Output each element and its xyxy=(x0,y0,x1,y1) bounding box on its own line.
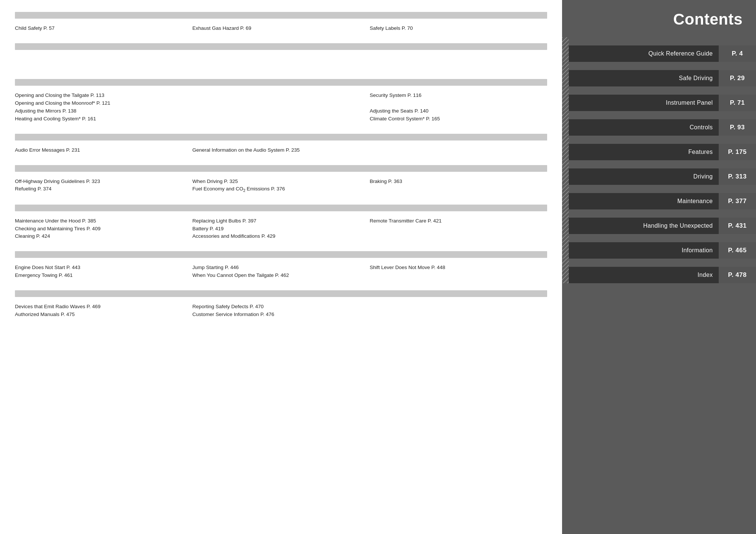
section-divider-3 xyxy=(15,79,547,86)
sidebar-gap-fill xyxy=(569,62,756,70)
section-divider-7 xyxy=(15,251,547,258)
sidebar-item-label: Quick Reference Guide xyxy=(648,50,713,57)
sidebar-gap xyxy=(562,209,756,218)
section-entries-2 xyxy=(15,52,547,75)
sidebar-item-label: Driving xyxy=(693,173,713,180)
entry-col: Jump Starting P. 446 When You Cannot Ope… xyxy=(192,264,370,279)
section-divider-2 xyxy=(15,43,547,50)
sidebar-item-label: Handling the Unexpected xyxy=(643,222,713,229)
entry-text: Off-Highway Driving Guidelines P. 323 Re… xyxy=(15,178,185,193)
sidebar-page-number: P. 175 xyxy=(719,144,756,160)
sidebar-item-label: Safe Driving xyxy=(679,75,713,82)
hatch-decoration xyxy=(562,136,569,144)
hatch-decoration xyxy=(562,86,569,95)
hatch-decoration xyxy=(562,111,569,119)
entry-col xyxy=(370,146,547,154)
entry-col: Reporting Safety Defects P. 470 Customer… xyxy=(192,303,370,319)
sidebar-label-area: Instrument Panel xyxy=(569,95,719,111)
section-entries-4: Audio Error Messages P. 231 General Info… xyxy=(15,143,547,161)
sidebar-gap xyxy=(562,111,756,119)
sidebar-gap-fill xyxy=(569,234,756,242)
entry-col: Shift Lever Does Not Move P. 448 xyxy=(370,264,547,279)
sidebar-item-driving[interactable]: Driving P. 313 xyxy=(562,168,756,185)
sidebar-gap xyxy=(562,259,756,267)
sidebar-item-quick-reference[interactable]: Quick Reference Guide P. 4 xyxy=(562,45,756,62)
entry-text: Audio Error Messages P. 231 xyxy=(15,147,80,153)
hatch-decoration xyxy=(562,160,569,168)
hatch-decoration xyxy=(562,45,569,62)
sidebar-gap-fill xyxy=(569,136,756,144)
entry-row: Off-Highway Driving Guidelines P. 323 Re… xyxy=(15,178,547,194)
sidebar: Contents Quick Reference Guide P. 4 Safe… xyxy=(562,0,756,534)
section-block-3: Opening and Closing the Tailgate P. 113 … xyxy=(15,75,547,129)
sidebar-page-number: P. 71 xyxy=(719,95,756,111)
sidebar-gap xyxy=(562,136,756,144)
sidebar-label-area: Information xyxy=(569,242,719,259)
sidebar-item-handling-unexpected[interactable]: Handling the Unexpected P. 431 xyxy=(562,218,756,234)
sidebar-page-number: P. 93 xyxy=(719,119,756,136)
section-entries-7: Engine Does Not Start P. 443 Emergency T… xyxy=(15,260,547,286)
section-block-8: Devices that Emit Radio Waves P. 469 Aut… xyxy=(15,286,547,325)
section-entries-6: Maintenance Under the Hood P. 385 Checki… xyxy=(15,214,547,247)
hatch-decoration xyxy=(562,267,569,283)
sidebar-gap xyxy=(562,86,756,95)
section-block-6: Maintenance Under the Hood P. 385 Checki… xyxy=(15,200,547,247)
entry-text: Shift Lever Does Not Move P. 448 xyxy=(370,264,540,272)
sidebar-label-area: Controls xyxy=(569,119,719,136)
sidebar-item-instrument-panel[interactable]: Instrument Panel P. 71 xyxy=(562,95,756,111)
section-block-2 xyxy=(15,39,547,75)
sidebar-item-label: Instrument Panel xyxy=(666,99,713,106)
entry-text: Reporting Safety Defects P. 470 Customer… xyxy=(192,303,363,319)
hatch-decoration xyxy=(562,37,569,45)
entry-text: Opening and Closing the Tailgate P. 113 … xyxy=(15,92,185,123)
sidebar-item-index[interactable]: Index P. 478 xyxy=(562,267,756,283)
sidebar-item-controls[interactable]: Controls P. 93 xyxy=(562,119,756,136)
sidebar-page-number: P. 465 xyxy=(719,242,756,259)
entry-text: Engine Does Not Start P. 443 Emergency T… xyxy=(15,264,185,279)
sidebar-item-safe-driving[interactable]: Safe Driving P. 29 xyxy=(562,70,756,86)
section-block-5: Off-Highway Driving Guidelines P. 323 Re… xyxy=(15,161,547,200)
entry-col: Replacing Light Bulbs P. 397 Battery P. … xyxy=(192,217,370,241)
entry-text: Remote Transmitter Care P. 421 xyxy=(370,217,540,225)
sidebar-label-area: Driving xyxy=(569,168,719,185)
hatch-decoration xyxy=(562,70,569,86)
main-content: Child Safety P. 57 Exhaust Gas Hazard P.… xyxy=(0,0,562,534)
sidebar-label-area: Maintenance xyxy=(569,193,719,209)
sidebar-gap xyxy=(562,62,756,70)
sidebar-label-area: Quick Reference Guide xyxy=(569,45,719,62)
hatch-decoration xyxy=(562,234,569,242)
entry-col: Remote Transmitter Care P. 421 xyxy=(370,217,547,241)
entry-text: Security System P. 116 Adjusting the Sea… xyxy=(370,92,540,123)
hatch-decoration xyxy=(562,185,569,193)
entry-col: Devices that Emit Radio Waves P. 469 Aut… xyxy=(15,303,192,319)
entry-col: Opening and Closing the Tailgate P. 113 … xyxy=(15,92,192,123)
sidebar-item-label: Controls xyxy=(690,124,713,131)
sidebar-gap xyxy=(562,160,756,168)
hatch-decoration xyxy=(562,168,569,185)
entry-row: Devices that Emit Radio Waves P. 469 Aut… xyxy=(15,303,547,319)
entry-text: Maintenance Under the Hood P. 385 Checki… xyxy=(15,217,185,241)
sidebar-item-label: Information xyxy=(682,247,713,254)
section-block-1: Child Safety P. 57 Exhaust Gas Hazard P.… xyxy=(15,7,547,39)
entry-col: Off-Highway Driving Guidelines P. 323 Re… xyxy=(15,178,192,194)
entry-col: When Driving P. 325 Fuel Economy and CO2… xyxy=(192,178,370,194)
entry-col: Engine Does Not Start P. 443 Emergency T… xyxy=(15,264,192,279)
hatch-decoration xyxy=(562,193,569,209)
entry-col: Security System P. 116 Adjusting the Sea… xyxy=(370,92,547,123)
sidebar-gap xyxy=(562,37,756,45)
entry-col: Exhaust Gas Hazard P. 69 xyxy=(192,25,370,32)
sidebar-item-maintenance[interactable]: Maintenance P. 377 xyxy=(562,193,756,209)
hatch-decoration xyxy=(562,218,569,234)
sidebar-label-area: Features xyxy=(569,144,719,160)
entry-col xyxy=(370,303,547,319)
sidebar-gap xyxy=(562,234,756,242)
sidebar-gap-fill xyxy=(569,86,756,95)
sidebar-item-features[interactable]: Features P. 175 xyxy=(562,144,756,160)
sidebar-item-label: Index xyxy=(697,272,713,278)
section-block-4: Audio Error Messages P. 231 General Info… xyxy=(15,129,547,161)
entry-row: Audio Error Messages P. 231 General Info… xyxy=(15,146,547,154)
sidebar-item-information[interactable]: Information P. 465 xyxy=(562,242,756,259)
section-divider-1 xyxy=(15,12,547,19)
entry-row: Maintenance Under the Hood P. 385 Checki… xyxy=(15,217,547,241)
section-entries-8: Devices that Emit Radio Waves P. 469 Aut… xyxy=(15,299,547,325)
